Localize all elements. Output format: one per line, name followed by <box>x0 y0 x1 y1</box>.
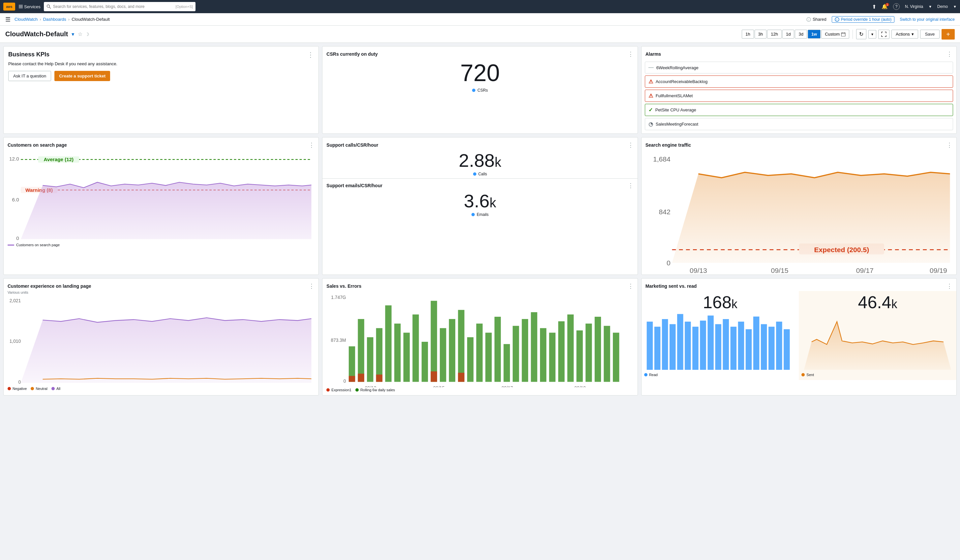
svg-rect-95 <box>738 322 744 370</box>
title-moon-icon[interactable]: ☽ <box>85 32 90 37</box>
biz-kpi-title: Business KPIs <box>8 51 50 58</box>
svg-rect-77 <box>431 371 437 382</box>
search-bar[interactable]: [Option+S] <box>44 2 195 11</box>
svg-rect-56 <box>458 310 464 382</box>
switch-interface[interactable]: Switch to your original interface <box>900 17 955 22</box>
widget-biz-kpi: Business KPIs ⋮ Please contact the Help … <box>3 46 319 134</box>
refresh-button[interactable]: ↻ <box>856 29 866 39</box>
marketing-read-chart <box>644 312 797 373</box>
marketing-sent-value: 46.4k <box>858 293 898 312</box>
svg-text:09/13: 09/13 <box>365 385 376 387</box>
period-override-badge[interactable]: i Period override 1 hour (auto) <box>832 16 894 23</box>
time-3h[interactable]: 3h <box>755 30 766 38</box>
svg-rect-89 <box>692 326 698 370</box>
svg-rect-47 <box>376 328 382 382</box>
customers-landing-chart: 2,021 1,010 0 09/13 09/14 09/15 <box>6 295 316 386</box>
title-star-icon[interactable]: ☆ <box>78 31 82 37</box>
ask-it-button[interactable]: Ask IT a question <box>8 71 51 81</box>
save-button[interactable]: Save <box>920 30 940 38</box>
time-12h[interactable]: 12h <box>767 30 782 38</box>
aws-logo[interactable]: aws <box>3 3 15 11</box>
time-1h[interactable]: 1h <box>742 30 754 38</box>
alarm-item[interactable]: ◔SalesMeetingForecast <box>645 118 953 130</box>
svg-rect-93 <box>723 319 728 370</box>
alarm-item[interactable]: ⚠FullfullmentSLAMet <box>645 90 953 102</box>
help-icon[interactable]: ? <box>893 3 900 10</box>
support-emails-title: Support emails/CSR/hour <box>326 183 382 188</box>
alarms-menu[interactable]: ⋮ <box>947 50 952 58</box>
svg-rect-1 <box>19 6 23 7</box>
svg-text:i: i <box>808 18 809 21</box>
upload-icon[interactable]: ⬆ <box>872 4 876 10</box>
main-content: Business KPIs ⋮ Please contact the Help … <box>0 43 960 399</box>
svg-rect-94 <box>730 326 736 370</box>
svg-line-4 <box>49 7 51 9</box>
svg-rect-45 <box>358 319 364 382</box>
fullscreen-button[interactable] <box>878 30 890 39</box>
time-1d[interactable]: 1d <box>782 30 794 38</box>
svg-rect-54 <box>440 328 446 382</box>
widget-search-traffic: Search engine traffic ⋮ 1,684 842 0 Expe… <box>641 137 957 275</box>
alarm-item[interactable]: ⚠AccountReceivableBacklog <box>645 75 953 88</box>
actions-button[interactable]: Actions ▾ <box>891 30 918 38</box>
search-traffic-title: Search engine traffic <box>645 142 691 148</box>
sales-errors-menu[interactable]: ⋮ <box>628 282 634 290</box>
create-ticket-button[interactable]: Create a support ticket <box>54 71 110 81</box>
svg-rect-59 <box>486 333 492 382</box>
svg-rect-75 <box>358 373 364 382</box>
support-calls-title: Support calls/CSR/hour <box>326 142 378 148</box>
svg-rect-72 <box>604 326 610 382</box>
svg-text:i: i <box>836 18 837 21</box>
svg-text:09/15: 09/15 <box>771 267 788 274</box>
sales-errors-title: Sales vs. Errors <box>326 283 361 289</box>
breadcrumb-cloudwatch[interactable]: CloudWatch <box>14 17 38 22</box>
search-input[interactable] <box>53 4 174 9</box>
info-circle-icon: i <box>835 17 839 22</box>
support-emails-menu[interactable]: ⋮ <box>628 182 634 189</box>
svg-marker-33 <box>21 318 311 383</box>
biz-kpi-menu[interactable]: ⋮ <box>307 51 314 58</box>
csr-title: CSRs currently on duty <box>326 51 378 57</box>
breadcrumb-dashboards[interactable]: Dashboards <box>43 17 66 22</box>
csr-value: 720 <box>460 60 500 86</box>
time-1w[interactable]: 1w <box>808 30 821 38</box>
support-emails-value: 3.6k <box>464 190 496 211</box>
svg-text:842: 842 <box>659 208 670 216</box>
add-widget-button[interactable]: + <box>942 29 955 40</box>
svg-rect-83 <box>646 322 653 370</box>
svg-rect-46 <box>367 337 373 382</box>
customers-landing-menu[interactable]: ⋮ <box>309 282 315 290</box>
time-3d[interactable]: 3d <box>795 30 807 38</box>
customers-search-legend: Customers on search page <box>16 243 60 247</box>
svg-rect-2 <box>19 8 23 8</box>
region-selector[interactable]: N. Virginia <box>905 4 923 9</box>
svg-rect-68 <box>567 314 574 382</box>
csr-menu[interactable]: ⋮ <box>628 50 634 58</box>
customers-search-chart: 12.0 6.0 0 Average (12) Warning (8) <box>6 151 316 242</box>
svg-rect-100 <box>776 322 782 370</box>
services-nav[interactable]: Services <box>18 4 40 9</box>
search-traffic-menu[interactable]: ⋮ <box>947 141 952 149</box>
svg-rect-66 <box>549 333 555 382</box>
svg-rect-78 <box>458 373 464 382</box>
time-custom[interactable]: Custom <box>821 30 849 38</box>
alarm-item[interactable]: —6WeekRollingAverage <box>645 62 953 74</box>
title-dropdown-icon[interactable]: ▼ <box>70 32 75 37</box>
sidebar-toggle[interactable]: ☰ <box>5 16 13 23</box>
customers-search-menu[interactable]: ⋮ <box>309 141 315 149</box>
svg-text:0: 0 <box>16 235 19 241</box>
alarm-item[interactable]: ✓PetSite CPU Average <box>645 104 953 116</box>
marketing-menu[interactable]: ⋮ <box>947 282 952 290</box>
account-selector[interactable]: Demo <box>937 4 948 9</box>
svg-rect-98 <box>761 324 767 370</box>
refresh-dropdown[interactable]: ▾ <box>868 30 876 38</box>
customers-landing-subtitle: Various units <box>4 290 318 294</box>
bell-icon[interactable]: 🔔1 <box>882 4 888 10</box>
svg-text:12.0: 12.0 <box>9 156 19 162</box>
breadcrumb-sep2: › <box>68 17 70 22</box>
svg-text:6.0: 6.0 <box>12 197 19 202</box>
svg-text:09/13: 09/13 <box>690 267 707 274</box>
marketing-sent-chart <box>802 312 954 373</box>
support-calls-menu[interactable]: ⋮ <box>628 141 634 149</box>
svg-rect-49 <box>394 323 400 382</box>
